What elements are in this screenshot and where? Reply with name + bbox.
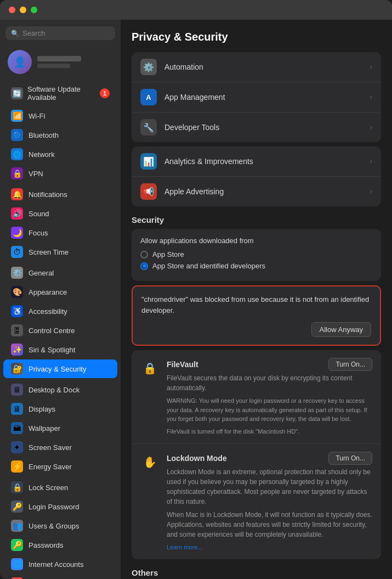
passwords-icon: 🔑 — [11, 539, 23, 551]
desktop-icon: 🖥 — [11, 384, 23, 396]
security-box: Allow applications downloaded from App S… — [132, 229, 381, 281]
sidebar-item-appearance[interactable]: 🎨 Appearance — [3, 283, 117, 301]
sidebar-item-controlcentre[interactable]: 🎛 Control Centre — [3, 321, 117, 340]
sidebar-item-desktop[interactable]: 🖥 Desktop & Dock — [3, 380, 117, 399]
sidebar-item-network[interactable]: 🌐 Network — [3, 145, 117, 164]
user-sub-blur — [37, 64, 70, 68]
sidebar-item-siri[interactable]: ✨ Siri & Spotlight — [3, 340, 117, 359]
security-header: Security — [132, 215, 381, 224]
sidebar-section-display: 🖥 Desktop & Dock 🖥 Displays 🏔 Wallpaper … — [0, 380, 121, 476]
lockdown-desc: Lockdown Mode is an extreme, optional pr… — [167, 467, 372, 507]
sidebar-item-label: Displays — [29, 405, 55, 413]
lockdown-learnmore-link[interactable]: Learn more... — [167, 544, 202, 550]
wallpaper-icon: 🏔 — [11, 422, 23, 434]
sidebar-item-sound[interactable]: 🔊 Sound — [3, 204, 117, 223]
sidebar-section-connectivity: 📶 Wi-Fi 🔵 Bluetooth 🌐 Network 🔒 VPN — [0, 106, 121, 183]
lockdown-title-row: Lockdown Mode Turn On... — [167, 452, 372, 465]
appmanagement-chevron: › — [370, 93, 372, 101]
sidebar-section-system: ⚙️ General 🎨 Appearance ♿ Accessibility … — [0, 263, 121, 379]
lockscreen-icon: 🔒 — [11, 481, 23, 493]
sidebar-item-lockscreen[interactable]: 🔒 Lock Screen — [3, 478, 117, 497]
sidebar-section-prefs: 🔔 Notifications 🔊 Sound 🌙 Focus ⏱ Screen… — [0, 184, 121, 262]
wifi-icon: 📶 — [11, 110, 23, 122]
sidebar-item-notifications[interactable]: 🔔 Notifications — [3, 185, 117, 204]
sidebar-item-privacy[interactable]: 🔐 Privacy & Security — [3, 359, 117, 378]
allow-anyway-button[interactable]: Allow Anyway — [311, 322, 371, 337]
sidebar-item-internet[interactable]: 🌐 Internet Accounts — [3, 555, 117, 574]
user-profile[interactable]: 👤 — [0, 46, 121, 78]
sidebar-item-label: Network — [29, 150, 55, 159]
sidebar-item-screensaver[interactable]: ✦ Screen Saver — [3, 438, 117, 457]
sidebar-item-displays[interactable]: 🖥 Displays — [3, 400, 117, 418]
search-icon: 🔍 — [11, 30, 19, 37]
sidebar-item-energysaver[interactable]: ⚡ Energy Saver — [3, 457, 117, 476]
sidebar-item-label: Control Centre — [29, 327, 75, 335]
sidebar-item-loginpw[interactable]: 🔑 Login Password — [3, 497, 117, 516]
radio-appstore-label: App Store — [152, 250, 184, 258]
vpn-icon: 🔒 — [11, 167, 23, 179]
network-icon: 🌐 — [11, 148, 23, 160]
analytics-label: Analytics & Improvements — [164, 157, 362, 166]
filevault-title-row: FileVault Turn On... — [167, 358, 372, 371]
sidebar-item-focus[interactable]: 🌙 Focus — [3, 223, 117, 242]
sidebar-item-screentime[interactable]: ⏱ Screen Time — [3, 243, 117, 261]
analytics-row[interactable]: 📊 Analytics & Improvements › — [132, 147, 381, 177]
sidebar-item-label: Privacy & Security — [29, 365, 86, 373]
others-section: Others 🧩 Extensions › ✅ Profiles › — [132, 568, 381, 579]
sidebar-item-accessibility[interactable]: ♿ Accessibility — [3, 302, 117, 321]
content-inner: Privacy & Security ⚙️ Automation › A App… — [121, 20, 392, 579]
filevault-turnon-button[interactable]: Turn On... — [328, 358, 372, 371]
screentime-icon: ⏱ — [11, 246, 23, 258]
software-update-item[interactable]: 🔄 Software Update Available 1 — [3, 82, 117, 105]
filevault-row: 🔒 FileVault Turn On... FileVault secures… — [132, 350, 381, 444]
automation-row[interactable]: ⚙️ Automation › — [132, 52, 381, 82]
radio-appstore-devs[interactable]: App Store and identified developers — [140, 262, 372, 270]
radio-appstore[interactable]: App Store — [140, 250, 372, 258]
sidebar-item-label: VPN — [29, 170, 43, 178]
sidebar-item-passwords[interactable]: 🔑 Passwords — [3, 536, 117, 554]
sidebar-item-bluetooth[interactable]: 🔵 Bluetooth — [3, 126, 117, 144]
controlcentre-icon: 🎛 — [11, 324, 23, 336]
appleadvertising-chevron: › — [370, 188, 372, 195]
appmanagement-row[interactable]: A App Management › — [132, 82, 381, 113]
blocked-message: "chromedriver" was blocked from use beca… — [141, 294, 371, 316]
developertools-row[interactable]: 🔧 Developer Tools › — [132, 113, 381, 142]
main-window: 🔍 👤 🔄 Software Update Available 1 — [0, 0, 392, 579]
software-update-badge: 1 — [100, 88, 110, 98]
sidebar-item-label: General — [29, 269, 54, 277]
internet-icon: 🌐 — [11, 558, 23, 570]
sidebar-item-label: Desktop & Dock — [29, 386, 79, 394]
appleadvertising-row[interactable]: 📢 Apple Advertising › — [132, 177, 381, 206]
radio-appstore-devs-label: App Store and identified developers — [152, 262, 265, 270]
sidebar-item-label: Users & Groups — [29, 522, 79, 530]
search-input[interactable] — [22, 29, 110, 37]
automation-chevron: › — [370, 63, 372, 71]
sidebar-item-label: Focus — [29, 229, 48, 237]
sound-icon: 🔊 — [11, 207, 23, 220]
security-features-card: 🔒 FileVault Turn On... FileVault secures… — [132, 350, 381, 559]
sidebar-item-label: Internet Accounts — [29, 560, 83, 569]
appmanagement-icon: A — [140, 89, 157, 105]
sidebar-item-vpn[interactable]: 🔒 VPN — [3, 164, 117, 183]
sidebar-item-users[interactable]: 👥 Users & Groups — [3, 516, 117, 535]
sidebar-item-general[interactable]: ⚙️ General — [3, 263, 117, 282]
sidebar-item-wifi[interactable]: 📶 Wi-Fi — [3, 106, 117, 125]
search-box[interactable]: 🔍 — [5, 26, 115, 40]
lockdown-title: Lockdown Mode — [167, 454, 227, 463]
content-area: Privacy & Security ⚙️ Automation › A App… — [121, 20, 392, 579]
minimize-button[interactable] — [20, 7, 26, 13]
middle-settings-card: 📊 Analytics & Improvements › 📢 Apple Adv… — [132, 147, 381, 206]
lockdown-turnon-button[interactable]: Turn On... — [328, 452, 372, 465]
close-button[interactable] — [9, 7, 15, 13]
analytics-chevron: › — [370, 158, 372, 165]
others-header: Others — [132, 568, 381, 577]
security-allow-label: Allow applications downloaded from — [140, 237, 372, 245]
sidebar-item-wallpaper[interactable]: 🏔 Wallpaper — [3, 419, 117, 437]
energysaver-icon: ⚡ — [11, 460, 23, 473]
maximize-button[interactable] — [31, 7, 37, 13]
filevault-status: FileVault is turned off for the disk "Ma… — [167, 427, 372, 436]
sidebar-item-label: Sound — [29, 210, 49, 218]
sidebar-item-label: Notifications — [29, 190, 67, 199]
sidebar-item-gamecenter[interactable]: 🎮 Game Center — [3, 574, 117, 579]
sidebar-item-label: Siri & Spotlight — [29, 346, 75, 354]
